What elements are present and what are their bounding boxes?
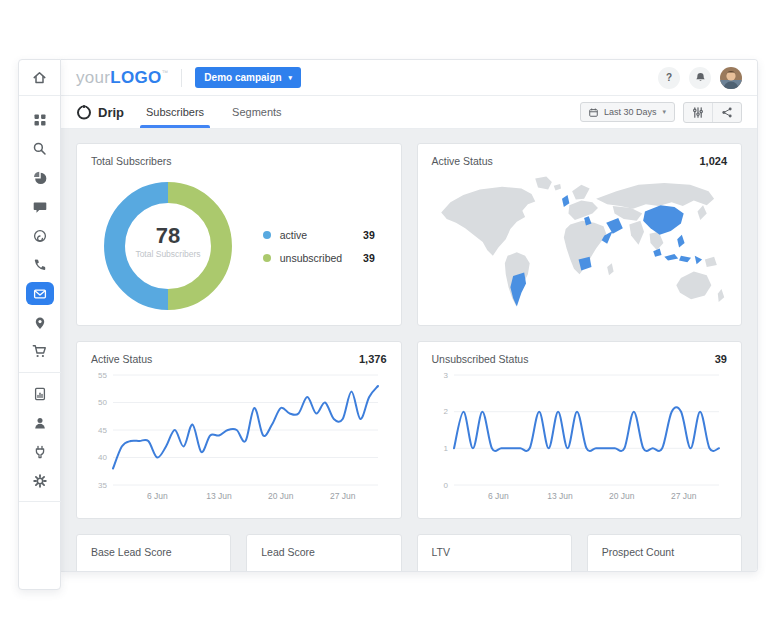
filter-button[interactable]: [684, 103, 712, 122]
swirl-icon: [33, 229, 47, 243]
chat-icon: [33, 200, 47, 214]
campaign-selector-button[interactable]: Demo campaign ▾: [195, 67, 301, 88]
logo-prefix: your: [76, 68, 110, 87]
card-title: Unsubscribed Status: [432, 353, 529, 365]
svg-text:6 Jun: 6 Jun: [487, 491, 508, 501]
person-icon: [33, 416, 47, 430]
map-china[interactable]: [643, 205, 684, 235]
map-asia: [596, 183, 714, 209]
svg-text:27 Jun: 27 Jun: [671, 491, 697, 501]
card-value: 39: [715, 353, 727, 365]
sidebar-item-settings[interactable]: [25, 466, 54, 495]
map-japan: [697, 205, 706, 220]
legend-item-unsubscribed[interactable]: unsubscribed 39: [263, 252, 375, 264]
cart-icon: [32, 344, 47, 359]
notifications-button[interactable]: [689, 67, 711, 89]
legend-label: unsubscribed: [280, 252, 363, 264]
svg-text:6 Jun: 6 Jun: [147, 491, 168, 501]
tab-segments-label: Segments: [232, 106, 282, 118]
map-new-zealand: [717, 289, 723, 302]
toolbar: Drip Subscribers Segments Last 30 Days ▾: [61, 96, 757, 129]
header-divider: [181, 69, 182, 87]
sidebar-item-contacts[interactable]: [25, 408, 54, 437]
sidebar-item-home[interactable]: [19, 60, 60, 96]
map-indonesia[interactable]: [664, 254, 678, 260]
svg-text:3: 3: [443, 371, 448, 380]
unsubscribed-status-line-card: Unsubscribed Status 39 01236 Jun13 Jun20…: [417, 341, 743, 519]
plug-icon: [33, 445, 47, 459]
map-madagascar: [607, 263, 613, 275]
share-button[interactable]: [712, 103, 741, 122]
sidebar-item-analytics[interactable]: [25, 163, 54, 192]
card-title: Prospect Count: [602, 546, 674, 558]
card-title: LTV: [432, 546, 450, 558]
map-philippines[interactable]: [677, 235, 684, 248]
svg-text:1: 1: [443, 444, 448, 453]
donut-legend: active 39 unsubscribed 39: [263, 229, 375, 264]
svg-text:40: 40: [98, 453, 107, 462]
tab-subscribers[interactable]: Subscribers: [146, 96, 204, 128]
page: yourLOGO™ Demo campaign ▾ ? Drip: [0, 0, 776, 628]
map-saudi-arabia[interactable]: [606, 218, 623, 234]
lead-score-card: Lead Score: [246, 534, 401, 572]
sidebar-item-campaigns[interactable]: [25, 221, 54, 250]
sidebar-item-search[interactable]: [25, 134, 54, 163]
map-greenland: [535, 177, 552, 190]
legend-value: 39: [363, 229, 375, 241]
phone-icon: [33, 258, 47, 272]
gear-icon: [33, 474, 47, 488]
share-icon: [722, 107, 732, 118]
sidebar-item-calls[interactable]: [25, 250, 54, 279]
map-indonesia-far[interactable]: [694, 256, 701, 264]
map-malaysia[interactable]: [653, 248, 661, 256]
card-title: Lead Score: [261, 546, 315, 558]
map-north-america: [441, 187, 535, 256]
toolbar-icon-group: [683, 102, 742, 123]
map-new-guinea: [704, 257, 716, 267]
legend-label: active: [280, 229, 363, 241]
card-title: Active Status: [91, 353, 152, 365]
location-pin-icon: [33, 316, 47, 330]
app-header: yourLOGO™ Demo campaign ▾ ?: [61, 60, 757, 96]
svg-text:13 Jun: 13 Jun: [547, 491, 573, 501]
sidebar-item-dashboard[interactable]: [25, 105, 54, 134]
sidebar-item-locations[interactable]: [25, 308, 54, 337]
help-button[interactable]: ?: [658, 67, 680, 89]
map-iceland: [553, 184, 560, 190]
search-icon: [32, 141, 47, 156]
svg-text:20 Jun: 20 Jun: [268, 491, 294, 501]
donut-center-label: Total Subscribers: [135, 249, 200, 259]
user-avatar[interactable]: [720, 67, 742, 89]
map-australia: [676, 272, 711, 300]
legend-item-active[interactable]: active 39: [263, 229, 375, 241]
calendar-icon: [589, 108, 598, 117]
map-united-kingdom[interactable]: [561, 195, 568, 207]
sidebar-item-ecommerce[interactable]: [25, 337, 54, 366]
chevron-down-icon: ▾: [289, 74, 293, 82]
bell-icon: [695, 72, 706, 83]
card-value: 1,024: [699, 155, 727, 167]
logo-name: LOGO: [110, 68, 161, 87]
sidebar-item-integrations[interactable]: [25, 437, 54, 466]
ltv-card: LTV: [417, 534, 572, 572]
drip-app-name: Drip: [98, 105, 124, 120]
card-title: Total Subscribers: [91, 155, 172, 167]
active-status-line-chart: 35404550556 Jun13 Jun20 Jun27 Jun: [91, 367, 386, 505]
date-range-button[interactable]: Last 30 Days ▾: [580, 102, 675, 122]
sidebar: [18, 59, 61, 590]
svg-text:55: 55: [98, 371, 107, 380]
campaign-selector-label: Demo campaign: [204, 72, 281, 83]
sidebar-item-reports[interactable]: [25, 379, 54, 408]
svg-text:20 Jun: 20 Jun: [608, 491, 634, 501]
card-title: Active Status: [432, 155, 493, 167]
sidebar-item-email[interactable]: [26, 282, 54, 305]
sidebar-item-messages[interactable]: [25, 192, 54, 221]
help-label: ?: [666, 72, 672, 83]
tab-segments[interactable]: Segments: [232, 96, 282, 128]
report-icon: [33, 387, 47, 401]
svg-text:0: 0: [443, 481, 448, 490]
map-indonesia-east[interactable]: [679, 256, 691, 262]
active-status-map-card: Active Status 1,024: [417, 143, 743, 326]
tab-subscribers-label: Subscribers: [146, 106, 204, 118]
sidebar-divider: [19, 372, 61, 373]
